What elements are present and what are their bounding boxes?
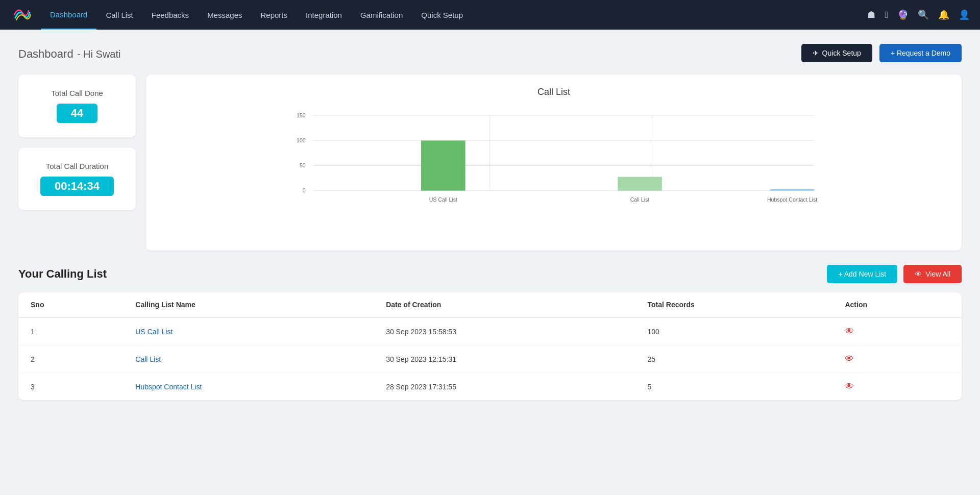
total-call-duration-value: 00:14:34 (40, 177, 114, 196)
table-body: 1 US Call List 30 Sep 2023 15:58:53 100 … (18, 317, 962, 400)
cell-date: 28 Sep 2023 17:31:55 (374, 373, 635, 401)
bell-icon[interactable]: 🔔 (938, 9, 949, 20)
chart-title: Call List (162, 87, 945, 97)
svg-text:US Call List: US Call List (429, 196, 457, 203)
svg-text:0: 0 (303, 187, 306, 193)
help-icon[interactable]: 🔮 (897, 9, 909, 20)
eye-icon: 👁 (915, 270, 922, 278)
request-demo-button[interactable]: + Request a Demo (879, 44, 962, 62)
svg-text:100: 100 (297, 137, 306, 143)
table-row: 2 Call List 30 Sep 2023 12:15:31 25 👁 (18, 345, 962, 373)
view-all-button[interactable]: 👁 View All (903, 265, 962, 283)
stats-column: Total Call Done 44 Total Call Duration 0… (18, 75, 136, 251)
cell-sno: 2 (18, 345, 123, 373)
navbar: Dashboard Call List Feedbacks Messages R… (0, 0, 980, 30)
android-icon[interactable]: ☗ (867, 9, 875, 20)
cell-sno: 3 (18, 373, 123, 401)
nav-gamification[interactable]: Gamification (351, 0, 412, 30)
nav-links: Dashboard Call List Feedbacks Messages R… (41, 0, 863, 30)
calling-list-actions: + Add New List 👁 View All (827, 265, 962, 283)
page-title: Dashboard - Hi Swati (18, 45, 120, 61)
chart-svg: 150 100 50 0 (162, 106, 945, 238)
cell-action: 👁 (832, 345, 962, 373)
quick-setup-button[interactable]: ✈ Quick Setup (801, 44, 872, 62)
apple-icon[interactable]:  (885, 10, 888, 20)
svg-text:50: 50 (300, 162, 306, 168)
view-row-icon[interactable]: 👁 (845, 381, 854, 391)
page-header: Dashboard - Hi Swati ✈ Quick Setup + Req… (18, 44, 962, 62)
cell-list-name[interactable]: Call List (123, 345, 374, 373)
nav-calllist[interactable]: Call List (96, 0, 142, 30)
col-date-of-creation: Date of Creation (374, 292, 635, 317)
logo-icon (10, 4, 33, 26)
svg-text:150: 150 (297, 112, 306, 118)
chart-area: 150 100 50 0 (162, 106, 945, 238)
search-icon[interactable]: 🔍 (918, 9, 929, 20)
add-new-list-button[interactable]: + Add New List (827, 265, 897, 283)
cell-action: 👁 (832, 317, 962, 345)
table-row: 1 US Call List 30 Sep 2023 15:58:53 100 … (18, 317, 962, 345)
nav-quicksetup[interactable]: Quick Setup (412, 0, 472, 30)
col-action: Action (832, 292, 962, 317)
view-row-icon[interactable]: 👁 (845, 326, 854, 336)
page-content: Dashboard - Hi Swati ✈ Quick Setup + Req… (0, 30, 980, 414)
header-actions: ✈ Quick Setup + Request a Demo (801, 44, 962, 62)
total-call-duration-label: Total Call Duration (46, 162, 109, 170)
top-row: Total Call Done 44 Total Call Duration 0… (18, 75, 962, 251)
total-call-done-value: 44 (57, 104, 97, 123)
cell-list-name[interactable]: Hubspot Contact List (123, 373, 374, 401)
nav-reports[interactable]: Reports (252, 0, 297, 30)
view-row-icon[interactable]: 👁 (845, 354, 854, 364)
calling-list-section-header: Your Calling List + Add New List 👁 View … (18, 265, 962, 283)
cell-records: 5 (635, 373, 833, 401)
col-calling-list-name: Calling List Name (123, 292, 374, 317)
chart-card: Call List 150 100 50 0 (146, 75, 962, 251)
cell-sno: 1 (18, 317, 123, 345)
col-total-records: Total Records (635, 292, 833, 317)
col-sno: Sno (18, 292, 123, 317)
svg-text:Hubspot Contact List: Hubspot Contact List (767, 196, 817, 203)
table-header-row: Sno Calling List Name Date of Creation T… (18, 292, 962, 317)
cell-date: 30 Sep 2023 15:58:53 (374, 317, 635, 345)
nav-integration[interactable]: Integration (297, 0, 351, 30)
table-row: 3 Hubspot Contact List 28 Sep 2023 17:31… (18, 373, 962, 401)
bar-us-call-list (421, 140, 465, 190)
cell-action: 👁 (832, 373, 962, 401)
navbar-icons: ☗  🔮 🔍 🔔 👤 (867, 9, 970, 20)
user-icon[interactable]: 👤 (959, 9, 970, 20)
bar-hubspot-contact-list (770, 189, 815, 191)
cell-records: 25 (635, 345, 833, 373)
quick-setup-icon: ✈ (813, 49, 819, 57)
calling-list-table-card: Sno Calling List Name Date of Creation T… (18, 292, 962, 400)
total-call-duration-card: Total Call Duration 00:14:34 (18, 147, 136, 210)
total-call-done-label: Total Call Done (51, 89, 103, 97)
cell-list-name[interactable]: US Call List (123, 317, 374, 345)
table-header: Sno Calling List Name Date of Creation T… (18, 292, 962, 317)
total-call-done-card: Total Call Done 44 (18, 75, 136, 137)
nav-dashboard[interactable]: Dashboard (41, 0, 96, 30)
cell-records: 100 (635, 317, 833, 345)
nav-messages[interactable]: Messages (198, 0, 251, 30)
cell-date: 30 Sep 2023 12:15:31 (374, 345, 635, 373)
calling-list-title: Your Calling List (18, 267, 107, 281)
bar-call-list (618, 177, 662, 191)
nav-feedbacks[interactable]: Feedbacks (142, 0, 198, 30)
svg-text:Call List: Call List (630, 196, 650, 203)
calling-list-table: Sno Calling List Name Date of Creation T… (18, 292, 962, 400)
